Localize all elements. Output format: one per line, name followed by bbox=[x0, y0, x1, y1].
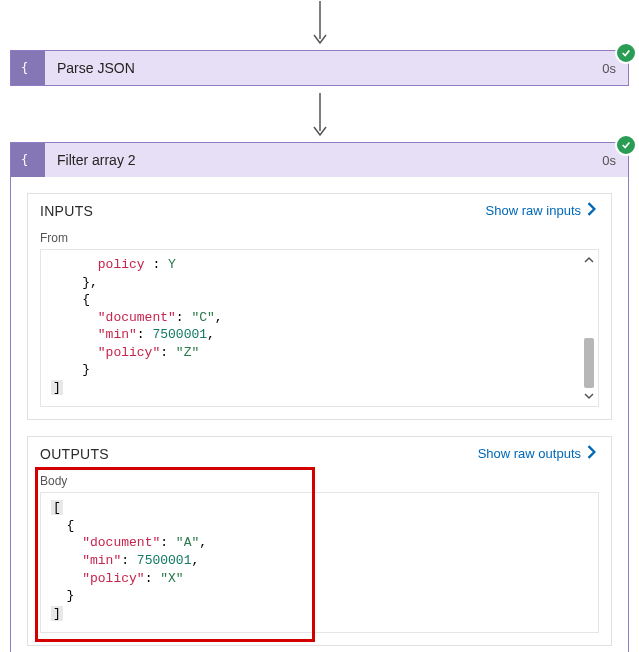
chevron-right-icon bbox=[585, 445, 599, 462]
body-label: Body bbox=[28, 468, 611, 492]
section-title: INPUTS bbox=[40, 203, 486, 219]
outputs-section: OUTPUTS Show raw outputs Body [ { "docum… bbox=[27, 436, 612, 646]
svg-text:{ }: { } bbox=[21, 153, 36, 167]
flow-arrow bbox=[10, 0, 629, 50]
scrollbar[interactable] bbox=[582, 254, 596, 402]
raw-link-label: Show raw outputs bbox=[478, 446, 581, 461]
svg-text:{ }: { } bbox=[21, 61, 36, 75]
scroll-down-icon[interactable] bbox=[583, 390, 595, 402]
from-label: From bbox=[28, 225, 611, 249]
raw-link-label: Show raw inputs bbox=[486, 203, 581, 218]
card-title: Filter array 2 bbox=[45, 143, 590, 177]
card-header[interactable]: { } Parse JSON 0s bbox=[11, 51, 628, 85]
chevron-right-icon bbox=[585, 202, 599, 219]
card-header[interactable]: { } Filter array 2 0s bbox=[11, 143, 628, 177]
braces-icon: { } bbox=[11, 51, 45, 85]
section-title: OUTPUTS bbox=[40, 446, 478, 462]
success-badge bbox=[615, 134, 637, 156]
inputs-from-value[interactable]: policy : Y }, { "document": "C", "min": … bbox=[40, 249, 599, 407]
scroll-thumb[interactable] bbox=[584, 338, 594, 388]
scroll-up-icon[interactable] bbox=[583, 254, 595, 266]
show-raw-outputs-link[interactable]: Show raw outputs bbox=[478, 445, 599, 462]
inputs-section: INPUTS Show raw inputs From policy : Y }… bbox=[27, 193, 612, 420]
action-card-parse-json: { } Parse JSON 0s bbox=[10, 50, 629, 86]
card-body: INPUTS Show raw inputs From policy : Y }… bbox=[11, 177, 628, 652]
flow-arrow bbox=[10, 92, 629, 142]
outputs-body-value[interactable]: [ { "document": "A", "min": 7500001, "po… bbox=[40, 492, 599, 633]
card-title: Parse JSON bbox=[45, 51, 590, 85]
action-card-filter-array-2: { } Filter array 2 0s INPUTS Show raw in… bbox=[10, 142, 629, 652]
braces-icon: { } bbox=[11, 143, 45, 177]
show-raw-inputs-link[interactable]: Show raw inputs bbox=[486, 202, 599, 219]
success-badge bbox=[615, 42, 637, 64]
